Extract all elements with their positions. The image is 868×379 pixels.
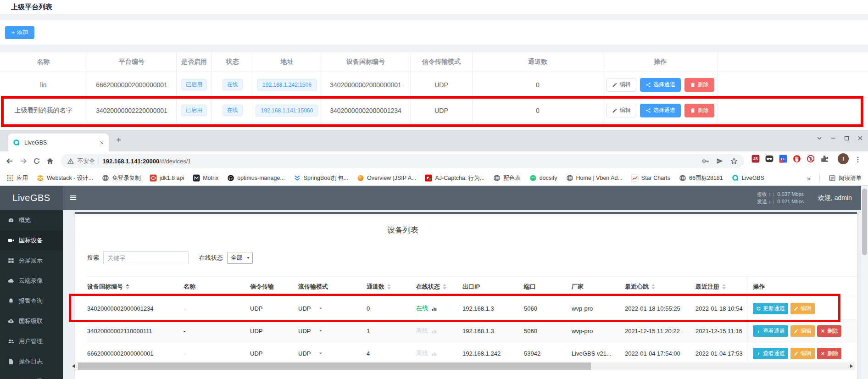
no-mobile-extension-icon[interactable]	[807, 155, 815, 163]
delete-platform-button[interactable]: 删除	[684, 78, 714, 92]
action-refresh-button[interactable]: 更新通道	[753, 303, 788, 314]
bookmark-item[interactable]: Motrix	[193, 174, 218, 182]
password-key-icon[interactable]	[702, 157, 709, 165]
bookmark-item[interactable]: AJ-Captcha: 行为...	[425, 174, 484, 182]
stream-stats-bars-icon[interactable]	[431, 351, 437, 357]
sidebar-item-cloud-up[interactable]: 国标级联	[0, 311, 63, 331]
forward-button[interactable]	[19, 157, 28, 165]
app-logo[interactable]: LiveGBS	[0, 186, 63, 210]
sidebar-toggle-hamburger-icon[interactable]	[69, 194, 77, 202]
scroll-left-arrow[interactable]	[70, 362, 77, 370]
sort-arrows-icon[interactable]	[387, 284, 391, 290]
add-platform-button[interactable]: + 添加	[5, 26, 34, 39]
reload-button[interactable]	[33, 157, 40, 165]
incognito-mask-extension-icon[interactable]	[765, 155, 773, 163]
edit-platform-button[interactable]: 编辑	[606, 78, 636, 92]
stream-mode-select[interactable]: UDP	[298, 305, 323, 312]
bookmark-item[interactable]: Webstack - 设计...	[37, 174, 93, 182]
browser-menu-icon[interactable]	[854, 156, 862, 163]
home-button[interactable]	[46, 157, 54, 165]
sidebar-item-grid[interactable]: 分屏展示	[0, 251, 63, 271]
profile-avatar[interactable]: I	[838, 153, 849, 164]
select-channel-button[interactable]: 选择通道	[640, 104, 681, 117]
sidebar-item-video[interactable]: 国标设备	[0, 230, 63, 251]
action-x-button[interactable]: 删除	[817, 325, 841, 337]
device-column-header[interactable]: 最近心跳	[625, 276, 696, 297]
extensions-puzzle-icon[interactable]	[820, 155, 829, 163]
action-info-button[interactable]: i查看通道	[753, 348, 788, 359]
fe-extension-icon[interactable]: FE	[779, 155, 787, 163]
device-signal: UDP	[250, 320, 298, 342]
welcome-user[interactable]: 欢迎, admin	[818, 194, 852, 202]
pencil-icon	[612, 82, 618, 88]
back-button[interactable]	[6, 157, 14, 165]
new-tab-button[interactable]	[116, 137, 122, 143]
bookmark-item[interactable]: 免登录复制	[102, 174, 141, 182]
stream-mode-select[interactable]: UDP	[298, 350, 323, 357]
address-bar[interactable]: 不安全 192.168.1.141:20000/#/devices/1	[61, 154, 744, 168]
device-channels: 1	[367, 320, 416, 342]
search-input[interactable]	[103, 251, 189, 264]
action-info-button[interactable]: i查看通道	[753, 325, 788, 337]
device-column-header[interactable]: 通道数	[367, 276, 416, 297]
bookmark-star-icon[interactable]	[730, 157, 738, 165]
online-status-text: 离线	[416, 349, 428, 357]
horizontal-scrollbar-thumb[interactable]	[78, 362, 591, 370]
caret-icon	[318, 351, 323, 356]
bookmark-item[interactable]: docsify	[529, 174, 557, 182]
sidebar-item-bell[interactable]: 报警查询	[0, 291, 63, 311]
vertical-scrollbar-thumb[interactable]	[862, 189, 867, 255]
action-x-button[interactable]: 删除	[817, 348, 841, 359]
pencil-icon	[612, 108, 618, 113]
device-stream-mode[interactable]: UDP	[298, 297, 367, 320]
edit-platform-button[interactable]: 编辑	[606, 104, 636, 117]
device-stream-mode[interactable]: UDP	[298, 320, 367, 342]
bookmark-item[interactable]: optimus-manage...	[227, 174, 285, 182]
select-channel-button[interactable]: 选择通道	[640, 78, 681, 92]
js-extension-icon[interactable]: JS	[751, 155, 760, 163]
reading-list-button[interactable]: 阅读清单	[829, 174, 862, 182]
scroll-right-arrow[interactable]	[848, 362, 855, 370]
bookmark-item[interactable]: Home | Vben Ad...	[566, 174, 623, 182]
device-stream-mode[interactable]: UDP	[298, 342, 367, 365]
action-pencil-button[interactable]: 编辑	[790, 348, 815, 359]
sort-arrows-icon[interactable]	[651, 284, 655, 290]
bookmark-item[interactable]: Overview (JSIP A...	[357, 174, 416, 182]
device-column-header[interactable]: 在线状态	[416, 276, 462, 297]
bookmarks-overflow-chevron[interactable]: »	[807, 174, 811, 182]
bookmark-item[interactable]: Star Charts	[631, 174, 670, 182]
send-to-device-icon[interactable]	[716, 157, 723, 165]
sort-arrows-icon[interactable]	[126, 284, 129, 290]
security-warning-icon[interactable]	[67, 158, 74, 164]
window-maximize-button[interactable]	[844, 135, 850, 141]
delete-platform-button[interactable]: 删除	[684, 104, 714, 117]
browser-tab-livegbs[interactable]: LiveGBS	[8, 134, 109, 151]
sidebar-item-gears[interactable]: 基础配置	[0, 372, 63, 379]
stream-mode-select[interactable]: UDP	[298, 328, 323, 334]
tab-close-icon[interactable]	[100, 140, 104, 145]
bookmark-item[interactable]: 应用	[6, 174, 28, 182]
sidebar-item-file[interactable]: 操作日志	[0, 351, 63, 372]
bookmark-item[interactable]: LiveGBS	[732, 174, 764, 182]
device-column-header[interactable]: 最近注册	[696, 276, 747, 297]
sidebar-item-users[interactable]: 用户管理	[0, 331, 63, 351]
bookmark-item[interactable]: 配色表	[493, 174, 521, 182]
bookmark-item[interactable]: SpringBoot打包...	[294, 174, 348, 182]
sort-arrows-icon[interactable]	[443, 284, 446, 290]
stream-stats-bars-icon[interactable]	[431, 328, 437, 334]
window-menu-chevron-icon[interactable]	[816, 135, 823, 141]
window-minimize-button[interactable]	[830, 135, 836, 141]
sidebar-item-dashboard[interactable]: 概览	[0, 210, 63, 230]
bookmark-item[interactable]: jdk1.8 api	[150, 174, 184, 182]
stream-stats-bars-icon[interactable]	[431, 306, 437, 312]
bookmark-item[interactable]: 66国标28181	[679, 174, 723, 182]
action-pencil-button[interactable]: 编辑	[790, 303, 815, 314]
sort-arrows-icon[interactable]	[722, 284, 726, 290]
online-status-select[interactable]: 全部	[227, 252, 253, 264]
motrix-icon	[193, 174, 200, 182]
device-column-header[interactable]: 设备国标编号	[87, 276, 184, 297]
blocker-hand-extension-icon[interactable]	[793, 155, 801, 163]
action-pencil-button[interactable]: 编辑	[790, 325, 815, 337]
sidebar-item-cloud[interactable]: 云端录像	[0, 271, 63, 291]
window-close-button[interactable]	[857, 135, 863, 141]
